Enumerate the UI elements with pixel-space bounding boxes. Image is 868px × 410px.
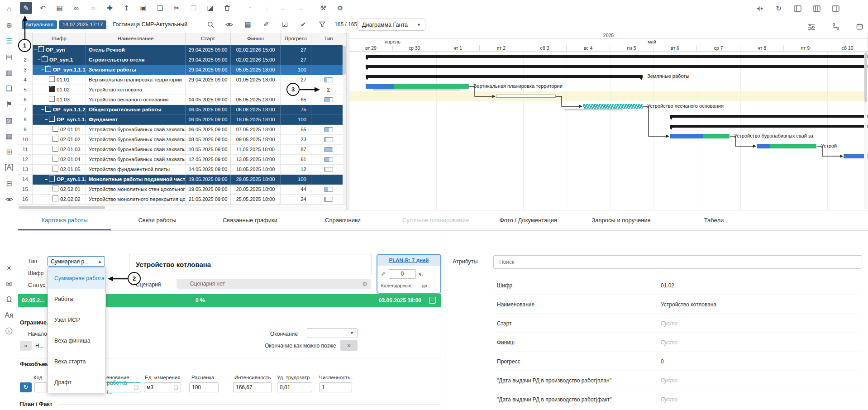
info-icon[interactable]: ⓘ <box>0 324 18 338</box>
type-select[interactable]: Суммарная р... ▲ <box>48 256 105 267</box>
row-checkbox[interactable] <box>42 56 48 62</box>
gantt-links-icon[interactable] <box>830 20 842 33</box>
table-row[interactable]: 1602.02.02Устройство монолитного перекры… <box>18 195 346 205</box>
table-row[interactable]: 401.01Вертикальная планировка территории… <box>18 75 346 85</box>
expander-icon[interactable]: − <box>34 45 38 55</box>
panel-splitter[interactable] <box>346 33 349 210</box>
table-row[interactable]: 1502.02.01Устройство монолитных стен цок… <box>18 185 346 195</box>
board-icon[interactable]: ▤ <box>0 50 18 63</box>
finish-calendar-icon[interactable] <box>429 297 436 305</box>
calendar-icon[interactable]: ⊟ <box>0 176 18 190</box>
gear-icon[interactable]: ⚙ <box>362 281 367 287</box>
volume-intensity-input[interactable]: 166,67 <box>233 382 272 392</box>
row-checkbox[interactable] <box>52 146 58 152</box>
tab-item[interactable]: Карточка работы <box>18 210 111 230</box>
tab-item[interactable]: Связи работы <box>111 210 204 230</box>
gantt-summary-bar[interactable] <box>366 55 868 58</box>
table-vertical-scrollbar[interactable] <box>343 45 346 204</box>
volume-headcount-input[interactable]: 1 <box>319 382 352 392</box>
attribute-row[interactable]: "Дата выдачи РД в производство работ|фак… <box>446 390 868 409</box>
row-checkbox[interactable] <box>38 46 44 52</box>
row-checkbox[interactable] <box>49 86 55 92</box>
row-checkbox[interactable] <box>49 176 55 181</box>
table-row[interactable]: 2−OP_syn.1Строительство отеля29.04.2025 … <box>18 55 346 65</box>
layout-split-icon[interactable] <box>811 2 823 14</box>
attribute-row[interactable]: Шифр01.02 <box>446 276 868 295</box>
grid-icon[interactable]: ▦ <box>0 129 18 143</box>
table-row[interactable]: 1−OP_synОтель Речной29.04.2025 09:0002.0… <box>18 45 346 55</box>
settings-gear-icon[interactable]: ⚙ <box>334 2 346 14</box>
column-header[interactable]: Наименование <box>86 33 186 45</box>
gantt-vertical-scrollbar[interactable] <box>864 52 868 209</box>
table-row[interactable]: 1102.01.03Устройство буронабивных свай з… <box>18 145 346 155</box>
table-row[interactable]: 7−OP_syn.1.1.2Общестроительные работы06.… <box>18 105 346 115</box>
eraser-icon[interactable]: ◪ <box>204 2 216 14</box>
tools-icon[interactable]: ⚒ <box>317 2 329 14</box>
undo-icon[interactable]: ↶ <box>37 2 49 14</box>
eye-icon[interactable] <box>0 192 18 206</box>
attributes-search-input[interactable] <box>493 255 862 269</box>
move-left-icon[interactable]: ← <box>277 2 290 14</box>
database-icon[interactable]: ⊞ <box>0 145 18 158</box>
gantt-summary-bar[interactable] <box>670 125 868 128</box>
row-checkbox[interactable] <box>52 166 58 172</box>
layout-right-icon[interactable] <box>830 2 842 14</box>
type-option[interactable]: Драфт <box>48 372 105 393</box>
copy-icon[interactable]: ❏ <box>174 383 178 392</box>
tab-item[interactable]: Справочники <box>296 210 389 230</box>
attribute-row[interactable]: СтартПусто <box>446 314 868 333</box>
type-option[interactable]: Суммарная работа <box>48 268 105 289</box>
type-option[interactable]: Веха старта <box>48 351 105 372</box>
row-checkbox[interactable] <box>49 76 55 82</box>
table-row[interactable]: 1302.01.05Устройство фундаментной плиты1… <box>18 165 346 175</box>
expander-icon[interactable]: − <box>41 65 45 75</box>
work-name-field[interactable]: Устройство котлована <box>129 254 372 275</box>
chart-icon[interactable]: ▥ <box>0 66 18 79</box>
gantt-summary-bar[interactable] <box>670 115 868 118</box>
attribute-row[interactable]: Прогресс0 <box>446 352 868 371</box>
tab-item[interactable]: Фото / Документация <box>482 210 575 230</box>
language-icon[interactable]: Aя <box>0 309 18 322</box>
prev-button[interactable]: « <box>20 341 32 351</box>
volume-unit-input[interactable]: м3 ❏ <box>144 382 181 392</box>
row-checkbox[interactable] <box>49 116 55 122</box>
visibility-icon[interactable] <box>223 19 235 31</box>
gantt-view-selector[interactable]: Диаграмма Ганта ▼ <box>358 19 425 31</box>
gantt-task-bar[interactable] <box>583 104 643 109</box>
flag-icon[interactable]: ⚑ <box>0 97 18 111</box>
expander-icon[interactable]: − <box>45 115 49 124</box>
add-row-icon[interactable]: ✚ <box>104 2 116 14</box>
row-checkbox[interactable] <box>49 96 55 102</box>
table-horizontal-scrollbar[interactable] <box>18 204 346 210</box>
filter-icon[interactable] <box>316 19 328 31</box>
delete-icon[interactable] <box>221 2 233 14</box>
tab-item[interactable]: Связанные графики <box>204 210 296 230</box>
home-icon[interactable]: ⌂ <box>0 2 18 16</box>
next-button[interactable]: » <box>340 340 358 351</box>
gantt-calendar-icon[interactable] <box>854 20 866 33</box>
table-row[interactable]: 1202.01.04Устройство буронабивных свай з… <box>18 155 346 165</box>
notifications-bell-icon[interactable]: Ω <box>0 293 18 306</box>
move-right-icon[interactable]: → <box>294 2 306 14</box>
type-option[interactable]: Узел ИСР <box>48 310 105 330</box>
expander-icon[interactable]: − <box>41 105 45 114</box>
table-row[interactable]: 14−OP_syn.1.1.Монолитные работы подземно… <box>18 175 346 185</box>
layers-icon[interactable]: ❏ <box>0 81 18 95</box>
column-header[interactable]: Прогресс <box>281 33 311 45</box>
column-header[interactable]: Старт <box>186 33 231 45</box>
column-header[interactable]: Тип <box>311 33 346 45</box>
table-row[interactable]: 902.01.01Устройство буронабивных свай за… <box>18 125 346 135</box>
table-row[interactable]: 3−OP_syn.1.1.1Земляные работы29.04.2025 … <box>18 65 346 75</box>
link-icon[interactable]: ∞ <box>70 2 82 14</box>
approve-edit-icon[interactable]: ✔ <box>297 19 310 31</box>
volume-name-input[interactable]: работка г... ❏ <box>104 382 141 392</box>
gantt-summary-bar[interactable] <box>366 65 868 68</box>
theme-icon[interactable]: ☀ <box>0 261 18 275</box>
tab-item[interactable]: Табели <box>668 210 760 230</box>
notes-panel-icon[interactable]: ▤ <box>242 19 254 31</box>
plan-r-link[interactable]: PLAN-R: 7 дней <box>377 255 440 266</box>
row-checkbox[interactable] <box>52 186 58 191</box>
gantt-planned-bar[interactable] <box>496 95 556 98</box>
table-row[interactable]: 1002.01.02Устройство буронабивных свай з… <box>18 135 346 145</box>
edit-note-icon[interactable]: ✐ <box>260 19 272 31</box>
